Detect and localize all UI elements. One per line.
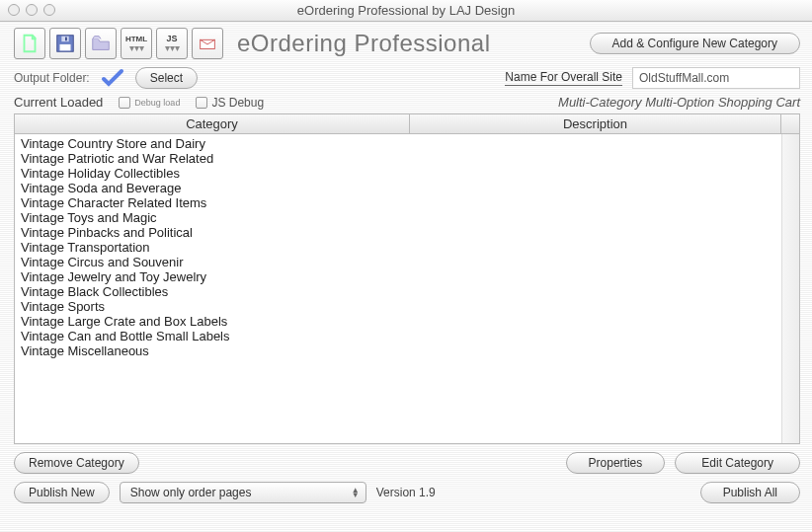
js-preview-button[interactable]: JS ▾▾▾ <box>156 28 188 59</box>
new-document-button[interactable] <box>14 28 45 59</box>
html-preview-button[interactable]: HTML ▾▾▾ <box>121 28 152 59</box>
js-debug-checkbox[interactable]: JS Debug <box>196 96 264 110</box>
chevron-updown-icon: ▲▼ <box>352 488 360 497</box>
column-header-scroll <box>781 114 799 133</box>
table-row[interactable]: Vintage Patriotic and War Related <box>21 151 775 166</box>
publish-all-button[interactable]: Publish All <box>700 482 800 503</box>
add-configure-category-button[interactable]: Add & Configure New Category <box>590 33 800 54</box>
folder-icon <box>90 33 112 54</box>
column-header-description[interactable]: Description <box>410 114 781 133</box>
table-row[interactable]: Vintage Transportation <box>21 240 775 255</box>
zoom-window-button[interactable] <box>43 4 55 16</box>
output-folder-label: Output Folder: <box>14 71 90 85</box>
table-body[interactable]: Vintage Country Store and DairyVintage P… <box>15 134 781 443</box>
category-table: Category Description Vintage Country Sto… <box>14 114 800 444</box>
table-row[interactable]: Vintage Jewelry and Toy Jewelry <box>21 269 775 284</box>
table-row[interactable]: Vintage Country Store and Dairy <box>21 136 775 151</box>
current-loaded-label: Current Loaded <box>14 95 103 110</box>
table-row[interactable]: Vintage Circus and Souvenir <box>21 255 775 269</box>
table-row[interactable]: Vintage Miscellaneous <box>21 343 775 358</box>
version-label: Version 1.9 <box>376 486 436 499</box>
page-filter-select[interactable]: Show only order pages ▲▼ <box>120 482 366 503</box>
cart-type-label: Multi-Category Multi-Option Shopping Car… <box>558 95 800 110</box>
table-row[interactable]: Vintage Black Collectibles <box>21 284 775 299</box>
checkbox-icon <box>196 97 207 109</box>
svg-rect-3 <box>65 38 67 41</box>
column-header-category[interactable]: Category <box>15 114 410 133</box>
select-output-folder-button[interactable]: Select <box>135 67 198 89</box>
open-folder-button[interactable] <box>85 28 117 59</box>
site-name-input[interactable] <box>632 67 800 89</box>
window-controls <box>8 4 55 16</box>
table-row[interactable]: Vintage Large Crate and Box Labels <box>21 314 775 329</box>
select-label: Show only order pages <box>130 486 252 499</box>
table-row[interactable]: Vintage Toys and Magic <box>21 210 775 225</box>
table-row[interactable]: Vintage Soda and Beverage <box>21 181 775 195</box>
table-row[interactable]: Vintage Can and Bottle Small Labels <box>21 329 775 343</box>
publish-new-button[interactable]: Publish New <box>14 482 110 503</box>
mail-button[interactable] <box>192 28 223 59</box>
vertical-scrollbar[interactable] <box>781 134 799 443</box>
properties-button[interactable]: Properties <box>566 452 666 474</box>
app-title: eOrdering Professional <box>237 30 490 57</box>
debug-load-checkbox[interactable]: Debug load <box>119 97 180 109</box>
floppy-disk-icon <box>54 33 76 54</box>
svg-rect-1 <box>60 44 71 50</box>
table-row[interactable]: Vintage Pinbacks and Political <box>21 225 775 240</box>
output-folder-check-icon <box>100 67 125 89</box>
site-name-label: Name For Overall Site <box>505 70 622 86</box>
debug-load-label: Debug load <box>134 98 180 108</box>
js-debug-label: JS Debug <box>211 96 264 110</box>
table-row[interactable]: Vintage Sports <box>21 299 775 314</box>
edit-category-button[interactable]: Edit Category <box>675 452 800 474</box>
checkbox-icon <box>119 97 130 109</box>
minimize-window-button[interactable] <box>26 4 38 16</box>
remove-category-button[interactable]: Remove Category <box>14 452 139 474</box>
document-icon <box>19 33 41 54</box>
close-window-button[interactable] <box>8 4 20 16</box>
table-row[interactable]: Vintage Holiday Collectibles <box>21 166 775 181</box>
window-title: eOrdering Professional by LAJ Design <box>297 3 515 18</box>
save-button[interactable] <box>49 28 81 59</box>
mail-icon <box>197 33 218 54</box>
table-row[interactable]: Vintage Character Related Items <box>21 195 775 210</box>
window-titlebar: eOrdering Professional by LAJ Design <box>0 0 812 22</box>
table-header: Category Description <box>15 114 799 134</box>
